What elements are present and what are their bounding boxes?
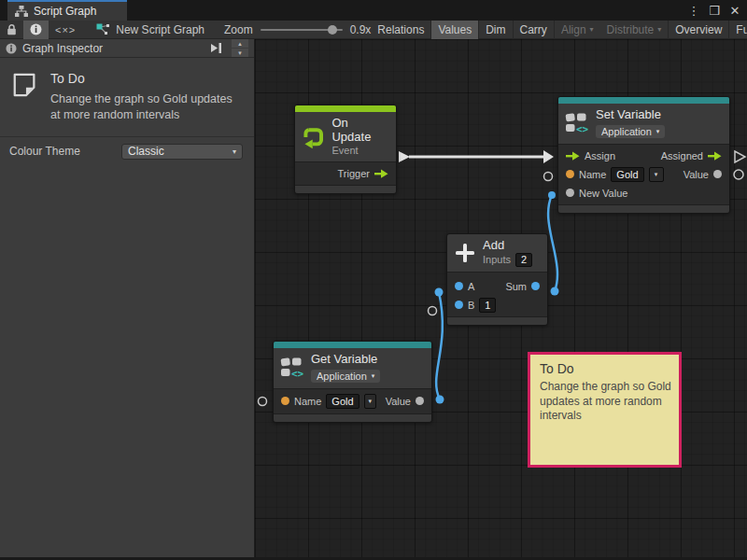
node-on-update[interactable]: On Update Event Trigger xyxy=(294,105,397,194)
node-footer[interactable] xyxy=(295,185,396,193)
port-trigger[interactable]: Trigger xyxy=(295,164,396,183)
port-value-dot[interactable] xyxy=(416,397,424,405)
node-accent-bar xyxy=(274,342,431,348)
port-name-dot[interactable] xyxy=(566,170,574,178)
name-dropdown-button[interactable]: ▾ xyxy=(364,394,376,409)
port-assigned-label: Assigned xyxy=(661,150,703,161)
port-value-label: Value xyxy=(386,396,411,407)
new-script-graph-button[interactable]: New Script Graph xyxy=(90,21,211,39)
node-accent-bar xyxy=(558,97,729,104)
toolbar: <×> New Script Graph Zoom 0.9x Relations… xyxy=(0,21,747,39)
port-sum-dot[interactable] xyxy=(531,282,540,290)
sticky-note-body: Change the graph so Gold updates at more… xyxy=(540,380,672,424)
variables-icon: <> xyxy=(565,112,589,134)
dock-panel-icon[interactable] xyxy=(210,42,222,54)
zoom-value: 0.9x xyxy=(350,23,372,36)
colour-theme-label: Colour Theme xyxy=(9,145,80,158)
code-view-button[interactable]: <×> xyxy=(49,21,82,39)
variables-icon: <> xyxy=(280,357,304,379)
zoom-slider-handle[interactable] xyxy=(328,25,337,35)
note-body: Change the graph so Gold updates at more… xyxy=(50,91,245,123)
inspector-header: Graph Inspector ▲ ▼ xyxy=(0,39,254,58)
flow-arrow-icon xyxy=(374,169,388,178)
inputs-count-field[interactable]: 2 xyxy=(515,253,532,267)
flow-arrow-icon[interactable] xyxy=(708,151,722,161)
port-name-label: Name xyxy=(294,396,321,407)
name-value-field[interactable]: Gold xyxy=(326,394,359,409)
relations-button[interactable]: Relations xyxy=(371,21,430,39)
node-get-variable[interactable]: <> Get Variable Application ▾ Name Gold … xyxy=(273,341,432,423)
port-assign-label: Assign xyxy=(585,150,615,161)
on-update-icon xyxy=(302,125,325,149)
window-maximize-icon[interactable]: ❒ xyxy=(706,2,723,19)
node-footer[interactable] xyxy=(447,316,547,325)
code-icon: <×> xyxy=(55,24,76,35)
inspector-toggle-button[interactable] xyxy=(23,21,49,39)
node-title: Set Variable xyxy=(596,108,665,122)
align-button[interactable]: Align ▾ xyxy=(555,21,600,39)
flow-wire-start-triangle xyxy=(399,151,410,162)
graph-inspector-panel: Graph Inspector ▲ ▼ To Do Change the gra… xyxy=(0,39,255,560)
plus-icon xyxy=(454,242,476,264)
node-set-variable[interactable]: <> Set Variable Application ▾ Assign Ass… xyxy=(557,96,730,214)
port-endpoint-get-name xyxy=(259,398,267,406)
overview-button[interactable]: Overview xyxy=(669,21,728,39)
graph-canvas[interactable]: On Update Event Trigger <> xyxy=(255,39,747,560)
port-new-value-label: New Value xyxy=(579,188,627,199)
info-icon xyxy=(6,43,17,54)
node-subtitle: Event xyxy=(331,145,389,157)
chevron-down-icon: ▾ xyxy=(590,25,594,34)
port-endpoint-assigned xyxy=(735,151,745,162)
wire-endpoint xyxy=(551,287,559,296)
distribute-button[interactable]: Distribute ▾ xyxy=(600,21,669,39)
sticky-note-icon xyxy=(11,71,37,99)
wire-endpoint xyxy=(548,191,556,199)
port-endpoint-set-name xyxy=(544,173,553,181)
chevron-down-icon: ▾ xyxy=(372,372,375,380)
node-footer[interactable] xyxy=(274,413,431,422)
fullscreen-button[interactable]: Full S xyxy=(729,21,747,39)
chevron-down-icon: ▾ xyxy=(233,147,236,156)
node-accent-bar xyxy=(295,105,396,112)
port-value-dot[interactable] xyxy=(713,170,722,178)
port-b-label: B xyxy=(468,300,474,311)
b-value-field[interactable]: 1 xyxy=(479,298,496,313)
tab-title: Script Graph xyxy=(34,5,96,18)
variable-scope-dropdown[interactable]: Application ▾ xyxy=(311,370,380,383)
values-button[interactable]: Values xyxy=(431,21,478,39)
port-b-dot[interactable] xyxy=(455,301,463,309)
chevron-down-icon: ▾ xyxy=(657,25,661,34)
node-title: On Update xyxy=(331,117,389,145)
node-footer[interactable] xyxy=(558,204,729,213)
window-close-icon[interactable]: ✕ xyxy=(726,2,743,19)
variable-scope-dropdown[interactable]: Application ▾ xyxy=(596,125,665,138)
svg-text:<>: <> xyxy=(576,123,589,134)
port-a-dot[interactable] xyxy=(455,282,463,290)
window-menu-icon[interactable]: ⋮ xyxy=(685,2,702,19)
port-value-label: Value xyxy=(684,169,709,180)
sticky-note-title: To Do xyxy=(540,361,669,376)
dim-button[interactable]: Dim xyxy=(479,21,512,39)
tab-script-graph[interactable]: Script Graph xyxy=(7,0,127,21)
name-value-field[interactable]: Gold xyxy=(611,167,643,182)
port-endpoint-add-b xyxy=(429,307,437,315)
node-title: Add xyxy=(483,239,532,253)
up-arrow-icon[interactable]: ▲ xyxy=(232,39,248,48)
zoom-slider[interactable] xyxy=(261,29,343,31)
inspector-note: To Do Change the graph so Gold updates a… xyxy=(0,58,254,134)
new-script-graph-label: New Script Graph xyxy=(116,23,204,36)
carry-button[interactable]: Carry xyxy=(514,21,554,39)
flow-arrow-icon[interactable] xyxy=(566,151,580,161)
port-new-value-dot[interactable] xyxy=(566,189,574,197)
lock-button[interactable] xyxy=(0,21,23,39)
script-graph-icon xyxy=(96,23,110,35)
sticky-note[interactable]: To Do Change the graph so Gold updates a… xyxy=(528,352,682,468)
node-add[interactable]: Add Inputs 2 A Sum B 1 xyxy=(446,233,548,326)
down-arrow-icon[interactable]: ▼ xyxy=(232,49,248,57)
wire-endpoint xyxy=(435,288,444,297)
port-name-dot[interactable] xyxy=(281,397,289,405)
colour-theme-dropdown[interactable]: Classic ▾ xyxy=(121,144,243,160)
panel-spinner[interactable]: ▲ ▼ xyxy=(232,39,248,57)
port-a-label: A xyxy=(468,281,474,292)
name-dropdown-button[interactable]: ▾ xyxy=(649,167,664,182)
